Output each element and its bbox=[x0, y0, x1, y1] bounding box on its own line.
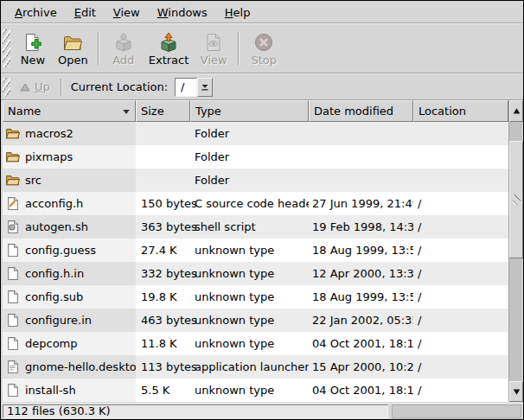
file-row[interactable]: srcFolder bbox=[3, 169, 508, 192]
cell-date: 18 Aug 1999, 13:53 bbox=[309, 239, 413, 262]
up-arrow-icon bbox=[20, 82, 30, 92]
folder-icon bbox=[5, 126, 20, 141]
menu-archive[interactable]: Archive bbox=[6, 3, 66, 22]
column-header-date-modified[interactable]: Date modified bbox=[309, 100, 413, 122]
scrollbar-thumb[interactable] bbox=[509, 141, 523, 258]
cell-date bbox=[309, 145, 413, 169]
location-bar: Up Current Location: / bbox=[1, 73, 523, 100]
open-button[interactable]: Open bbox=[53, 29, 93, 68]
view-file-icon bbox=[203, 32, 224, 53]
file-row[interactable]: macros2Folder bbox=[3, 122, 508, 145]
up-button-label: Up bbox=[35, 80, 50, 93]
file-row[interactable]: pixmapsFolder bbox=[3, 145, 508, 169]
cell-size: 332 bytes bbox=[136, 262, 190, 285]
file-row[interactable]: config.sub19.8 Kunknown type18 Aug 1999,… bbox=[3, 285, 508, 309]
stop-button[interactable]: Stop bbox=[244, 29, 284, 68]
cell-type: unknown type bbox=[190, 262, 309, 285]
archive-manager-window: ArchiveEditViewWindowsHelp NewOpenAddExt… bbox=[0, 0, 524, 420]
cell-name: pixmaps bbox=[3, 145, 136, 169]
scroll-up-icon bbox=[513, 107, 521, 115]
cell-location: / bbox=[413, 285, 508, 309]
extract-button[interactable]: Extract bbox=[144, 29, 195, 68]
cell-location: / bbox=[413, 355, 508, 379]
cell-location: / bbox=[413, 379, 508, 402]
cell-size: 19.8 K bbox=[136, 285, 190, 309]
menubar: ArchiveEditViewWindowsHelp bbox=[1, 1, 523, 23]
view-button[interactable]: View bbox=[194, 29, 233, 68]
file-list: macros2FolderpixmapsFoldersrcFolderaccon… bbox=[3, 122, 508, 402]
scroll-up-button[interactable] bbox=[509, 100, 523, 122]
extract-archive-icon bbox=[158, 32, 179, 53]
menu-view[interactable]: View bbox=[105, 3, 149, 22]
location-dropdown-button[interactable] bbox=[197, 78, 213, 97]
toolbar-grip[interactable] bbox=[3, 29, 10, 67]
cell-date: 22 Jan 2002, 05:35 bbox=[309, 309, 413, 332]
cell-type: Folder bbox=[190, 145, 309, 169]
cell-location: / bbox=[413, 309, 508, 332]
cell-size: 27.4 K bbox=[136, 239, 190, 262]
vertical-scrollbar[interactable] bbox=[508, 100, 522, 402]
cell-size bbox=[136, 122, 190, 145]
new-button[interactable]: New bbox=[13, 29, 53, 68]
menu-windows[interactable]: Windows bbox=[149, 3, 216, 22]
location-bar-separator bbox=[61, 79, 62, 96]
cell-size: 11.8 K bbox=[136, 332, 190, 355]
add-button[interactable]: Add bbox=[104, 29, 144, 68]
cell-location: / bbox=[413, 332, 508, 355]
cell-date bbox=[309, 122, 413, 145]
column-header-size[interactable]: Size bbox=[136, 100, 190, 122]
file-row[interactable]: depcomp11.8 Kunknown type04 Oct 2001, 18… bbox=[3, 332, 508, 355]
cell-name: acconfig.h bbox=[3, 192, 136, 215]
cell-type: Folder bbox=[190, 169, 309, 192]
cell-location: / bbox=[413, 262, 508, 285]
column-header-type[interactable]: Type bbox=[190, 100, 309, 122]
cell-location bbox=[413, 122, 508, 145]
cell-date: 04 Oct 2001, 18:12 bbox=[309, 332, 413, 355]
new-archive-icon bbox=[22, 32, 43, 53]
cell-size bbox=[136, 169, 190, 192]
add-files-icon bbox=[113, 32, 134, 53]
cell-size: 150 bytes bbox=[136, 192, 190, 215]
c-source-icon bbox=[5, 196, 20, 211]
cell-date bbox=[309, 169, 413, 192]
cell-date: 15 Apr 2000, 10:21 bbox=[309, 355, 413, 379]
cell-location bbox=[413, 145, 508, 169]
cell-name: gnome-hello.desktop bbox=[3, 355, 136, 379]
file-row[interactable]: install-sh5.5 Kunknown type04 Oct 2001, … bbox=[3, 379, 508, 402]
status-message-frame: 112 files (630.3 K) bbox=[3, 404, 388, 418]
location-combobox: / bbox=[175, 78, 213, 97]
cell-location bbox=[413, 169, 508, 192]
file-row[interactable]: config.guess27.4 Kunknown type18 Aug 199… bbox=[3, 239, 508, 262]
cell-type: unknown type bbox=[190, 309, 309, 332]
location-bar-grip[interactable] bbox=[3, 78, 10, 97]
file-row[interactable]: gnome-hello.desktop113 bytesapplication … bbox=[3, 355, 508, 379]
scroll-down-icon bbox=[513, 388, 521, 396]
column-header-name[interactable]: Name bbox=[3, 100, 136, 122]
file-row[interactable]: autogen.sh363 bytesshell script19 Feb 19… bbox=[3, 215, 508, 239]
scroll-down-button[interactable] bbox=[509, 381, 523, 402]
cell-size: 5.5 K bbox=[136, 379, 190, 402]
file-row[interactable]: config.h.in332 bytesunknown type12 Apr 2… bbox=[3, 262, 508, 285]
location-entry[interactable]: / bbox=[175, 78, 197, 97]
cell-name: configure.in bbox=[3, 309, 136, 332]
column-header-location[interactable]: Location bbox=[413, 100, 508, 122]
file-row[interactable]: acconfig.h150 bytesC source code header2… bbox=[3, 192, 508, 215]
menu-edit[interactable]: Edit bbox=[66, 3, 105, 22]
cell-type: unknown type bbox=[190, 332, 309, 355]
document-icon bbox=[5, 313, 20, 328]
cell-location: / bbox=[413, 239, 508, 262]
folder-icon bbox=[5, 173, 20, 188]
cell-name: install-sh bbox=[3, 379, 136, 402]
toolbar-button-label: New bbox=[21, 54, 45, 67]
current-location-label: Current Location: bbox=[71, 80, 168, 93]
document-icon bbox=[5, 383, 20, 398]
toolbar: NewOpenAddExtractViewStop bbox=[1, 23, 523, 73]
cell-name: macros2 bbox=[3, 122, 136, 145]
cell-size: 113 bytes bbox=[136, 355, 190, 379]
up-button[interactable]: Up bbox=[13, 78, 57, 96]
cell-type: unknown type bbox=[190, 239, 309, 262]
open-archive-icon bbox=[62, 32, 83, 53]
cell-date: 18 Aug 1999, 13:53 bbox=[309, 285, 413, 309]
file-row[interactable]: configure.in463 bytesunknown type22 Jan … bbox=[3, 309, 508, 332]
menu-help[interactable]: Help bbox=[216, 3, 259, 22]
